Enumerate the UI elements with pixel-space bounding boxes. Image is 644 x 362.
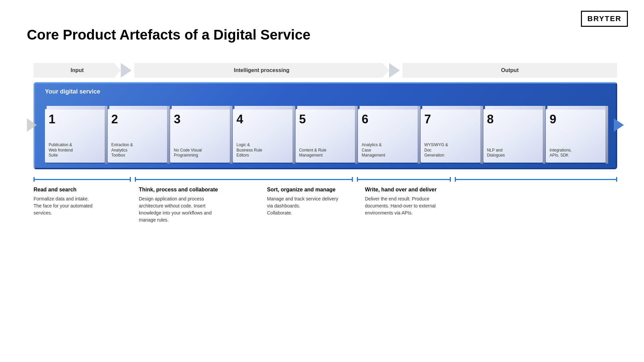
module-number-3: 3 xyxy=(174,113,226,125)
module-number-5: 5 xyxy=(299,113,352,125)
module-name-3: No Code VisualProgramming xyxy=(174,148,226,158)
phase-input-label: Input xyxy=(70,67,84,73)
module-name-6: Analytics &CaseManagement xyxy=(362,142,414,158)
module-card-4: 4 Logic &Business RuleEditors xyxy=(233,109,293,163)
module-number-7: 7 xyxy=(424,113,477,125)
modules-row: 1 Publication &Web frontendSuite 2 Extra… xyxy=(45,98,606,168)
module-card-1: 1 Publication &Web frontendSuite xyxy=(45,109,105,163)
phase-output-label: Output xyxy=(501,67,519,73)
desc-text-3: Manage and track service deliveryvia das… xyxy=(267,195,351,217)
module-card-7: 7 WYSIWYG &DocGeneration xyxy=(421,109,481,163)
timeline-seg-1 xyxy=(34,179,131,180)
flow-area: Input Intelligent processing Output xyxy=(34,62,617,224)
module-number-2: 2 xyxy=(111,113,164,125)
phase-connector-2 xyxy=(389,63,400,78)
module-name-9: Integrations,APIs, SDK xyxy=(549,148,602,158)
desc-col-3: Sort, organize and manage Manage and tra… xyxy=(267,187,361,224)
timeline-seg-4 xyxy=(455,179,617,180)
module-number-6: 6 xyxy=(362,113,414,125)
module-name-2: Extraction &AnalyticsToolbox xyxy=(111,142,164,158)
digital-service-label: Your digital service xyxy=(45,83,606,98)
desc-title-3: Sort, organize and manage xyxy=(267,187,351,193)
module-name-4: Logic &Business RuleEditors xyxy=(236,142,289,158)
module-name-1: Publication &Web frontendSuite xyxy=(49,142,101,158)
desc-text-2: Design application and processarchitectu… xyxy=(139,195,253,224)
svg-marker-2 xyxy=(27,118,37,132)
module-card-3: 3 No Code VisualProgramming xyxy=(170,109,230,163)
digital-service-container: Your digital service 1 Publication &Web … xyxy=(34,82,617,169)
svg-marker-0 xyxy=(121,63,131,78)
module-number-1: 1 xyxy=(49,113,101,125)
logo-text: BRYTER xyxy=(587,14,622,23)
desc-text-1: Formalize data and intake.The face for y… xyxy=(34,195,125,217)
module-name-8: NLP andDialogues xyxy=(487,148,540,158)
descriptions-row: Read and search Formalize data and intak… xyxy=(34,187,617,224)
module-number-8: 8 xyxy=(487,113,540,125)
module-number-9: 9 xyxy=(549,113,602,125)
desc-col-1: Read and search Formalize data and intak… xyxy=(34,187,135,224)
page-title: Core Product Artefacts of a Digital Serv… xyxy=(27,27,311,43)
module-card-8: 8 NLP andDialogues xyxy=(483,109,543,163)
module-card-5: 5 Content & RuleManagement xyxy=(296,109,356,163)
desc-col-4: Write, hand over and deliver Deliver the… xyxy=(365,187,617,224)
module-card-6: 6 Analytics &CaseManagement xyxy=(358,109,418,163)
module-name-5: Content & RuleManagement xyxy=(299,148,352,158)
desc-title-4: Write, hand over and deliver xyxy=(365,187,607,193)
phase-intelligent-label: Intelligent processing xyxy=(234,67,289,73)
desc-text-4: Deliver the end result. Producedocuments… xyxy=(365,195,607,217)
phase-intelligent: Intelligent processing xyxy=(134,63,389,78)
desc-title-2: Think, process and collaborate xyxy=(139,187,253,193)
desc-col-2: Think, process and collaborate Design ap… xyxy=(139,187,263,224)
desc-title-1: Read and search xyxy=(34,187,125,193)
left-entry-arrow xyxy=(27,118,37,133)
phase-input: Input xyxy=(34,63,121,78)
phase-connector-1 xyxy=(121,63,131,78)
timeline-seg-3 xyxy=(357,179,451,180)
right-exit-arrow xyxy=(614,118,624,133)
bryter-logo: BRYTER xyxy=(581,11,628,27)
module-card-9: 9 Integrations,APIs, SDK xyxy=(546,109,606,163)
svg-marker-1 xyxy=(389,63,400,78)
timeline-seg-2 xyxy=(135,179,353,180)
timeline-bar xyxy=(34,176,617,183)
module-number-4: 4 xyxy=(236,113,289,125)
module-card-2: 2 Extraction &AnalyticsToolbox xyxy=(108,109,168,163)
phase-output: Output xyxy=(402,63,617,78)
svg-marker-3 xyxy=(614,118,624,132)
phase-row: Input Intelligent processing Output xyxy=(34,62,617,79)
module-name-7: WYSIWYG &DocGeneration xyxy=(424,142,477,158)
